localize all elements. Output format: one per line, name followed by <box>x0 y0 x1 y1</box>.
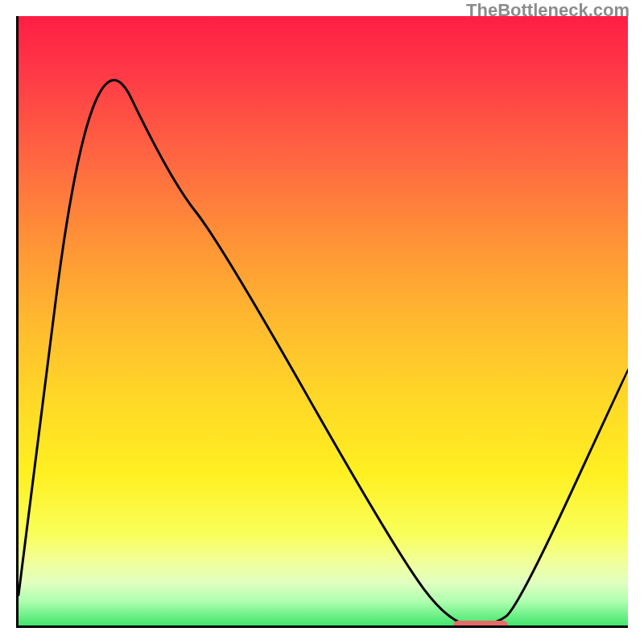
plot-area <box>16 16 628 628</box>
bottleneck-chart: TheBottleneck.com <box>0 0 644 644</box>
optimal-marker <box>453 621 508 628</box>
curve-layer <box>19 16 628 625</box>
bottleneck-curve <box>19 80 628 625</box>
